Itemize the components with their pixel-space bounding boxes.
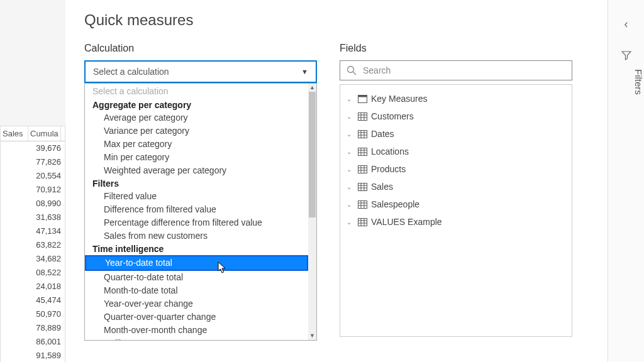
calculation-item[interactable]: Variance per category [85, 124, 308, 138]
svg-rect-19 [358, 165, 367, 173]
column-sales: Sales [1, 126, 28, 141]
calculation-dropdown-text: Select a calculation [93, 67, 169, 77]
calculation-item[interactable]: Difference from filtered value [85, 203, 308, 216]
table-row: 78,889 [1, 321, 65, 335]
table-icon [358, 130, 367, 138]
svg-rect-24 [358, 183, 367, 190]
calculation-group-header: Time intelligence [85, 243, 308, 255]
fields-label: Fields [340, 43, 572, 54]
listbox-scrollbar[interactable]: ▲ ▼ [308, 84, 316, 340]
background-data-table: Sales Cumula 39,67677,82620,55470,91208,… [0, 126, 65, 362]
svg-rect-34 [358, 218, 367, 226]
svg-rect-29 [358, 200, 367, 208]
table-icon [358, 112, 367, 121]
fields-table-label: Key Measures [371, 94, 427, 104]
svg-line-1 [353, 72, 357, 75]
column-cumulative: Cumula [28, 126, 61, 141]
quick-measures-dialog: Quick measures Calculation Select a calc… [65, 0, 608, 362]
fields-table-label: Dates [371, 129, 394, 139]
table-row: 39,676 [1, 141, 65, 155]
table-row: 20,554 [1, 169, 65, 183]
fields-table-item[interactable]: ⌄Sales [344, 178, 568, 195]
fields-search-input[interactable]: Search [340, 60, 572, 80]
calculation-item[interactable]: Quarter-over-quarter change [85, 310, 308, 324]
fields-tree: ⌄Key Measures⌄Customers⌄Dates⌄Locations⌄… [340, 84, 572, 337]
fields-table-item[interactable]: ⌄Locations [344, 143, 568, 160]
calculation-item[interactable]: Max per category [85, 138, 308, 151]
table-row: 45,474 [1, 293, 65, 307]
chevron-down-icon: ⌄ [347, 184, 354, 190]
chevron-down-icon: ⌄ [347, 131, 354, 138]
chevron-down-icon: ⌄ [347, 166, 354, 173]
calculation-item[interactable]: Year-to-date total [86, 256, 307, 270]
svg-rect-4 [358, 112, 367, 120]
calculation-listbox[interactable]: Select a calculationAggregate per catego… [84, 83, 317, 341]
listbox-placeholder: Select a calculation [85, 84, 308, 99]
fields-table-item[interactable]: ⌄VALUES Example [344, 213, 568, 231]
table-row: 47,134 [1, 224, 65, 238]
table-icon [358, 218, 367, 226]
table-row: 63,822 [1, 238, 65, 252]
table-row: 31,638 [1, 211, 65, 224]
search-placeholder: Search [363, 65, 391, 75]
calculation-item[interactable]: Sales from new customers [85, 229, 308, 243]
fields-table-item[interactable]: ⌄Customers [344, 107, 568, 125]
filter-icon [608, 50, 644, 62]
svg-rect-14 [358, 148, 367, 155]
svg-rect-9 [358, 130, 367, 138]
fields-table-label: Locations [371, 146, 409, 156]
filters-pane-collapsed[interactable]: ‹ Filters [608, 0, 644, 362]
table-row: 50,970 [1, 307, 65, 321]
scroll-down-icon[interactable]: ▼ [308, 332, 316, 340]
fields-table-item[interactable]: ⌄Products [344, 160, 568, 178]
chevron-down-icon: ⌄ [347, 219, 354, 226]
calculation-section: Calculation Select a calculation ▼ Selec… [84, 43, 317, 341]
table-row: 77,826 [1, 155, 65, 169]
fields-section: Fields Search ⌄Key Measures⌄Customers⌄Da… [340, 43, 572, 341]
calculation-item[interactable]: Min per category [85, 151, 308, 164]
calculation-item[interactable]: Quarter-to-date total [85, 271, 308, 284]
svg-point-0 [348, 67, 354, 73]
calculation-dropdown[interactable]: Select a calculation ▼ [84, 60, 317, 83]
calculation-item[interactable]: Year-over-year change [85, 297, 308, 310]
scroll-thumb[interactable] [309, 92, 316, 217]
calculation-item[interactable]: Weighted average per category [85, 164, 308, 177]
fields-table-item[interactable]: ⌄Dates [344, 125, 568, 143]
chevron-down-icon: ▼ [301, 68, 308, 75]
table-row: 91,589 [1, 349, 65, 362]
table-icon [358, 200, 367, 209]
fields-table-label: VALUES Example [371, 217, 442, 227]
fields-table-label: Salespeople [371, 199, 419, 209]
dialog-title: Quick measures [84, 11, 589, 29]
fields-table-label: Customers [371, 111, 414, 121]
calculation-item-selected-highlight[interactable]: Year-to-date total [85, 255, 308, 271]
table-row: 08,990 [1, 197, 65, 211]
search-icon [347, 65, 357, 75]
chevron-down-icon: ⌄ [347, 201, 354, 208]
calculation-item[interactable]: Filtered value [85, 190, 308, 203]
table-row: 70,912 [1, 183, 65, 197]
svg-rect-3 [358, 95, 367, 97]
table-header-row: Sales Cumula [1, 126, 65, 141]
fields-table-label: Sales [371, 182, 393, 192]
calculation-item[interactable]: Month-to-date total [85, 284, 308, 297]
collapse-arrow-icon[interactable]: ‹ [608, 18, 644, 31]
calculation-group-header: Aggregate per category [85, 99, 308, 111]
chevron-down-icon: ⌄ [347, 96, 354, 102]
measure-table-icon [358, 95, 367, 103]
table-icon [358, 183, 367, 191]
table-row: 34,682 [1, 252, 65, 266]
filters-pane-label: Filters [608, 69, 644, 95]
chevron-down-icon: ⌄ [347, 148, 354, 155]
fields-table-item[interactable]: ⌄Salespeople [344, 195, 568, 213]
fields-table-item[interactable]: ⌄Key Measures [344, 90, 568, 107]
table-row: 86,001 [1, 335, 65, 349]
scroll-up-icon[interactable]: ▲ [308, 84, 316, 92]
table-icon [358, 165, 367, 173]
calculation-item[interactable]: Month-over-month change [85, 324, 308, 337]
calculation-item[interactable]: Percentage difference from filtered valu… [85, 216, 308, 229]
calculation-item[interactable]: Average per category [85, 111, 308, 124]
calculation-item[interactable]: Rolling average [85, 337, 308, 340]
table-row: 08,522 [1, 266, 65, 280]
calculation-group-header: Filters [85, 177, 308, 190]
